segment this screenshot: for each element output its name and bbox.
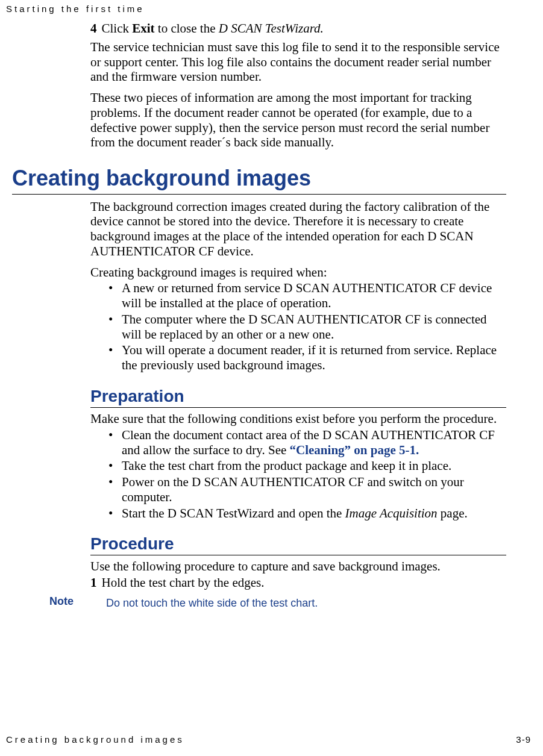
bullet-list: •A new or returned from service D SCAN A… xyxy=(90,281,506,373)
step-1: 1Hold the test chart by the edges. xyxy=(90,575,506,590)
text: page. xyxy=(438,506,468,520)
paragraph: These two pieces of information are amon… xyxy=(90,90,506,150)
paragraph: The background correction images created… xyxy=(90,199,506,259)
list-item-text: You will operate a document reader, if i… xyxy=(122,343,497,372)
italic-text: Image Acquisition xyxy=(345,506,438,520)
heading-rule xyxy=(12,194,506,195)
bullet-icon: • xyxy=(108,312,122,327)
step-text: Hold the test chart by the edges. xyxy=(102,575,265,590)
list-item-text: Take the test chart from the product pac… xyxy=(122,458,451,473)
bullet-icon: • xyxy=(108,428,122,443)
footer-section-title: Creating background images xyxy=(6,734,184,745)
list-item-text: Start the D SCAN TestWizard and open the… xyxy=(122,506,468,520)
list-item: •Take the test chart from the product pa… xyxy=(108,458,506,473)
heading-rule xyxy=(90,407,506,408)
list-item: •Start the D SCAN TestWizard and open th… xyxy=(108,506,506,521)
list-item: •A new or returned from service D SCAN A… xyxy=(108,281,506,311)
step-number: 4 xyxy=(90,21,97,36)
step-number: 1 xyxy=(90,575,97,590)
heading-1: Creating background images xyxy=(12,166,506,192)
bullet-icon: • xyxy=(108,343,122,358)
step-4: 4Click Exit to close the D SCAN TestWiza… xyxy=(90,21,506,36)
bullet-icon: • xyxy=(108,475,122,490)
list-intro: Make sure that the following conditions … xyxy=(90,411,506,426)
paragraph: The service technician must save this lo… xyxy=(90,40,506,84)
list-item-text: Clean the document contact area of the D… xyxy=(122,428,495,457)
list-item: •The computer where the D SCAN AUTHENTIC… xyxy=(108,312,506,342)
step-bold: Exit xyxy=(132,21,154,36)
heading-2-procedure: Procedure xyxy=(90,534,506,554)
list-item-text: The computer where the D SCAN AUTHENTICA… xyxy=(122,312,487,342)
list-item-text: A new or returned from service D SCAN AU… xyxy=(122,281,492,310)
list-item: •Power on the D SCAN AUTHENTICATOR CF an… xyxy=(108,475,506,505)
list-item-text: Power on the D SCAN AUTHENTICATOR CF and… xyxy=(122,475,464,504)
step-text-mid: to close the xyxy=(155,21,219,36)
paragraph: Use the following procedure to capture a… xyxy=(90,559,506,574)
note-text: Do not touch the white side of the test … xyxy=(106,597,318,609)
bullet-icon: • xyxy=(108,458,122,473)
page-number: 3-9 xyxy=(516,734,531,745)
heading-2-preparation: Preparation xyxy=(90,386,506,406)
running-header: Starting the first time xyxy=(6,4,145,14)
note-block: Note Do not touch the white side of the … xyxy=(90,595,506,610)
heading-rule xyxy=(90,555,506,555)
bullet-icon: • xyxy=(108,281,122,296)
step-text-pre: Click xyxy=(102,21,133,36)
note-label: Note xyxy=(49,595,74,608)
list-item: •You will operate a document reader, if … xyxy=(108,343,506,373)
list-intro: Creating background images is required w… xyxy=(90,265,506,280)
page-body: 4Click Exit to close the D SCAN TestWiza… xyxy=(90,21,506,610)
cross-reference-link[interactable]: “Cleaning” on page 5-1. xyxy=(290,443,419,457)
list-item: •Clean the document contact area of the … xyxy=(108,428,506,458)
text: Start the D SCAN TestWizard and open the xyxy=(122,506,345,520)
bullet-icon: • xyxy=(108,506,122,521)
bullet-list: •Clean the document contact area of the … xyxy=(90,428,506,521)
step-italic: D SCAN TestWizard. xyxy=(219,21,324,36)
page-footer: Creating background images 3-9 xyxy=(6,734,531,745)
